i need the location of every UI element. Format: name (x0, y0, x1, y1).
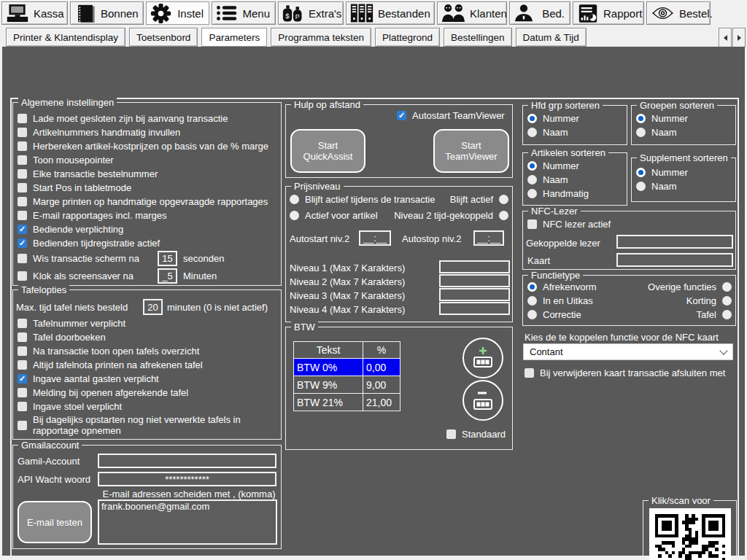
toolbar-button-kassa[interactable]: Kassa (1, 1, 68, 25)
kaart-input[interactable] (616, 253, 733, 267)
scroll-right-button[interactable] (732, 28, 746, 47)
toolbar-button-extras[interactable]: $P Extra's (278, 1, 344, 25)
gmail-account-input[interactable] (98, 454, 276, 468)
tab-parameters[interactable]: Parameters (201, 28, 267, 47)
checkbox[interactable] (18, 332, 27, 342)
radio[interactable] (499, 195, 508, 204)
radio[interactable] (722, 282, 732, 292)
radio[interactable] (527, 296, 537, 306)
checkbox[interactable] (18, 319, 27, 328)
checkbox-row: Na transactie toon open tafels overzicht (13, 344, 281, 358)
btw-row[interactable]: BTW 21% 21,00 (294, 394, 400, 411)
toolbar-button-label: Instel (177, 7, 204, 20)
niveau1-input[interactable] (439, 260, 510, 273)
checkbox[interactable] (18, 211, 27, 220)
niveau4-input[interactable] (439, 302, 510, 315)
qr-code[interactable] (649, 508, 731, 560)
checkbox[interactable] (18, 388, 27, 397)
checkbox[interactable] (18, 238, 27, 248)
checkbox[interactable] (18, 374, 27, 384)
checkbox[interactable] (18, 128, 27, 137)
radio[interactable] (527, 161, 537, 171)
tab-toetsenbord[interactable]: Toetsenbord (129, 28, 198, 47)
tab-printer-klantendisplay[interactable]: Printer & Klantendisplay (6, 28, 125, 47)
radio[interactable] (527, 128, 537, 137)
checkbox[interactable] (525, 368, 534, 378)
start-teamviewer-button[interactable]: Start TeamViewer (433, 129, 509, 173)
nfc-function-select[interactable]: Contant (523, 343, 733, 360)
niveau2-input[interactable] (439, 274, 510, 287)
radio[interactable] (636, 182, 646, 191)
max-time-input[interactable] (143, 299, 163, 315)
autostop-niv2-input[interactable] (473, 230, 504, 246)
radio[interactable] (722, 296, 732, 306)
checkbox[interactable] (18, 225, 27, 234)
checkbox[interactable] (18, 197, 27, 206)
tab-datum-tijd[interactable]: Datum & Tijd (516, 28, 587, 47)
wis-seconds-input[interactable] (158, 251, 177, 266)
start-quickassist-button[interactable]: Start QuickAssist (290, 129, 365, 173)
email-addresses-textarea[interactable]: frank.boonen@gmail.com (98, 499, 277, 545)
klok-minutes-input[interactable] (158, 268, 177, 284)
radio[interactable] (290, 211, 299, 220)
checkbox[interactable] (18, 169, 27, 179)
checkbox[interactable] (18, 183, 27, 192)
checkbox[interactable] (18, 360, 27, 370)
checkbox[interactable] (446, 429, 456, 439)
radio[interactable] (527, 282, 537, 292)
toolbar-button-klanten[interactable]: Klanten (437, 1, 507, 25)
toolbar-button-bestel[interactable]: Bestel. (646, 1, 711, 25)
btw-row[interactable]: BTW 9% 9,00 (294, 376, 400, 394)
remove-btw-row-button[interactable] (462, 380, 503, 421)
checkbox[interactable] (18, 254, 27, 263)
checkbox[interactable] (18, 114, 27, 123)
api-password-input[interactable] (98, 472, 276, 486)
radio[interactable] (499, 211, 508, 220)
toolbar-button-bonnen[interactable]: Bonnen (70, 1, 144, 25)
toolbar-button-label: Bestel. (679, 7, 713, 20)
checkbox[interactable] (18, 346, 27, 356)
btw-row[interactable]: BTW 0% 0,00 (294, 359, 400, 376)
radio[interactable] (527, 114, 537, 123)
toolbar-button-bestanden[interactable]: Bestanden (346, 1, 435, 25)
group-nfc-lezer: NFC-Lezer NFC lezer actief Gekoppelde le… (522, 211, 736, 270)
tab-plattegrond[interactable]: Plattegrond (375, 28, 440, 47)
checkbox[interactable] (18, 271, 27, 281)
toolbar-button-bedienden[interactable]: Bed. (509, 1, 570, 25)
toolbar-button-menu[interactable]: Menu (212, 1, 276, 25)
checkbox-row: Bedienden tijdregistratie actief (13, 236, 281, 250)
checkbox[interactable] (18, 155, 27, 165)
autostart-niv2-input[interactable] (359, 230, 391, 246)
btw-header-pct[interactable]: % (363, 342, 400, 359)
tab-programma-teksten[interactable]: Programma teksten (271, 28, 371, 47)
btw-header-tekst[interactable]: Tekst (294, 342, 363, 359)
radio[interactable] (527, 310, 537, 319)
checkbox[interactable] (527, 219, 537, 229)
radio[interactable] (527, 175, 537, 184)
group-supplement-sorteren: Supplement sorteren Nummer Naam (631, 158, 736, 202)
scroll-left-button[interactable] (719, 28, 732, 47)
gekoppelde-lezer-input[interactable] (616, 235, 733, 249)
checkbox[interactable] (18, 141, 27, 151)
radio[interactable] (722, 310, 732, 319)
radio[interactable] (636, 168, 646, 177)
group-tafelopties: Tafelopties Max. tijd tafel niets bestel… (12, 289, 282, 440)
checkbox[interactable] (18, 421, 27, 430)
checkbox-label: Bediende verplichting (33, 224, 123, 235)
checkbox[interactable] (18, 402, 27, 411)
add-btw-row-button[interactable] (462, 338, 503, 378)
checkbox-row: Start Pos in tabletmode (13, 181, 281, 195)
email-test-button[interactable]: E-mail testen (18, 501, 92, 543)
toolbar-button-label: Klanten (470, 7, 507, 20)
niveau3-input[interactable] (439, 288, 510, 301)
toolbar-button-rapport[interactable]: Rapport (573, 1, 644, 25)
checkbox[interactable] (397, 111, 406, 120)
radio[interactable] (527, 189, 537, 198)
toolbar-button-instel[interactable]: Instel (146, 1, 209, 25)
radio[interactable] (290, 195, 299, 204)
tab-bestellingen[interactable]: Bestellingen (444, 28, 512, 47)
checkbox-label: E-mail rapportages incl. marges (33, 210, 167, 221)
checkbox-label: Start Pos in tabletmode (33, 182, 131, 193)
radio[interactable] (636, 128, 646, 137)
radio[interactable] (636, 114, 646, 123)
